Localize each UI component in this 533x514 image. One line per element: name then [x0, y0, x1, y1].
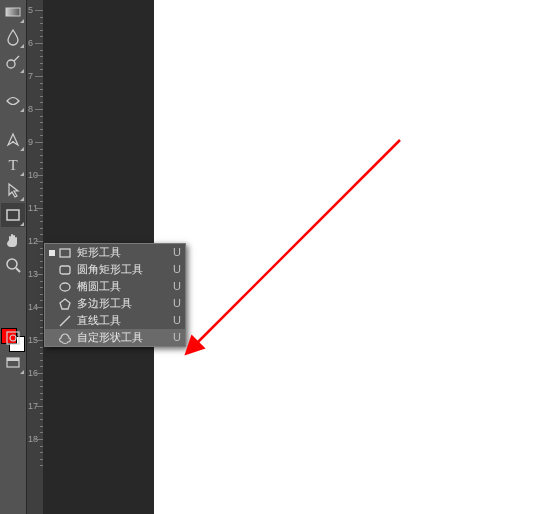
line-icon — [57, 313, 73, 329]
flyout-item-shortcut: U — [171, 261, 181, 278]
flyout-item-roundrect[interactable]: 圆角矩形工具U — [45, 261, 185, 278]
svg-rect-12 — [60, 266, 70, 274]
document-canvas[interactable] — [154, 0, 533, 514]
type-tool[interactable]: T — [1, 153, 25, 177]
current-tool-indicator — [49, 335, 55, 341]
svg-line-15 — [60, 316, 70, 326]
svg-point-3 — [12, 141, 14, 143]
current-tool-indicator — [49, 318, 55, 324]
svg-point-13 — [60, 283, 70, 291]
shape-tool[interactable] — [1, 203, 25, 227]
flyout-item-label: 圆角矩形工具 — [77, 261, 171, 278]
dodge-tool[interactable] — [1, 50, 25, 74]
flyout-item-shortcut: U — [171, 244, 181, 261]
zoom-tool[interactable] — [1, 253, 25, 277]
flyout-item-line[interactable]: 直线工具U — [45, 312, 185, 329]
flyout-item-shortcut: U — [171, 278, 181, 295]
current-tool-indicator — [49, 250, 55, 256]
screenmode-button[interactable] — [1, 351, 25, 375]
svg-point-5 — [7, 259, 17, 269]
svg-marker-14 — [60, 299, 70, 309]
gradient-tool[interactable] — [1, 0, 25, 24]
current-tool-indicator — [49, 284, 55, 290]
svg-rect-7 — [7, 332, 19, 344]
current-tool-indicator — [49, 267, 55, 273]
ellipse-icon — [57, 279, 73, 295]
svg-rect-4 — [7, 210, 19, 220]
quickmask-button[interactable] — [1, 326, 25, 350]
svg-line-6 — [16, 268, 20, 272]
flyout-item-custom[interactable]: 自定形状工具U — [45, 329, 185, 346]
flyout-item-ellipse[interactable]: 椭圆工具U — [45, 278, 185, 295]
svg-rect-0 — [6, 8, 20, 16]
path-select-tool[interactable] — [1, 178, 25, 202]
flyout-item-label: 椭圆工具 — [77, 278, 171, 295]
svg-point-1 — [7, 60, 15, 68]
flyout-item-label: 多边形工具 — [77, 295, 171, 312]
shape-tool-flyout: 矩形工具U圆角矩形工具U椭圆工具U多边形工具U直线工具U自定形状工具U — [44, 243, 186, 347]
flyout-item-shortcut: U — [171, 329, 181, 346]
pen-tool[interactable] — [1, 128, 25, 152]
svg-point-8 — [10, 335, 16, 341]
flyout-item-shortcut: U — [171, 295, 181, 312]
current-tool-indicator — [49, 301, 55, 307]
flyout-item-rect[interactable]: 矩形工具U — [45, 244, 185, 261]
flyout-item-polygon[interactable]: 多边形工具U — [45, 295, 185, 312]
custom-icon — [57, 330, 73, 346]
flyout-item-label: 自定形状工具 — [77, 329, 171, 346]
svg-line-2 — [14, 56, 19, 61]
blur-tool[interactable] — [1, 25, 25, 49]
flyout-item-label: 直线工具 — [77, 312, 171, 329]
hand-tool[interactable] — [1, 228, 25, 252]
tools-panel: T — [0, 0, 27, 514]
svg-rect-11 — [60, 249, 70, 257]
flyout-item-label: 矩形工具 — [77, 244, 171, 261]
roundrect-icon — [57, 262, 73, 278]
polygon-icon — [57, 296, 73, 312]
flyout-item-shortcut: U — [171, 312, 181, 329]
svg-rect-10 — [7, 358, 19, 361]
sponge-tool[interactable] — [1, 89, 25, 113]
vertical-ruler[interactable]: 56789101112131415161718 — [27, 0, 44, 514]
rect-icon — [57, 245, 73, 261]
